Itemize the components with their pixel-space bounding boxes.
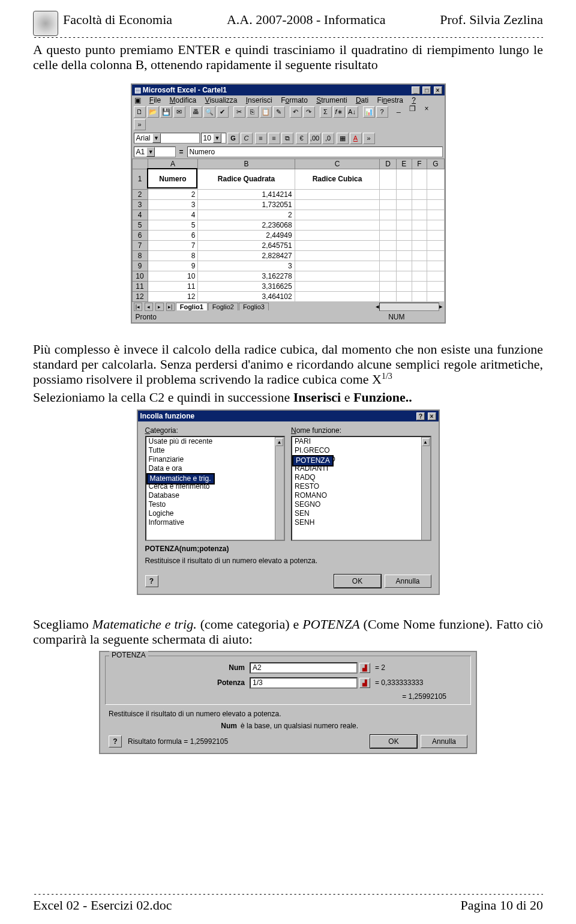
mail-icon[interactable]: ✉ <box>173 106 185 118</box>
row-header[interactable]: 2 <box>132 189 148 199</box>
range-picker-icon[interactable]: ▟ <box>359 663 370 673</box>
cell[interactable] <box>380 169 396 189</box>
list-item[interactable]: RADQ <box>292 473 430 482</box>
cell[interactable] <box>412 189 427 199</box>
save-icon[interactable]: 💾 <box>160 106 172 118</box>
cell[interactable] <box>396 220 412 230</box>
cell[interactable]: 4 <box>148 210 198 220</box>
function-listbox[interactable]: ▲PARIPI.GRECOPOTENZAPRODOTTORADIANTIRADQ… <box>291 436 431 541</box>
borders-icon[interactable]: ▦ <box>337 133 349 144</box>
sheet-tabs[interactable]: |◂ ◂ ▸ ▸| Foglio1 Foglio2 Foglio3 ◂ ▸ <box>132 302 445 312</box>
ok-button[interactable]: OK <box>370 735 417 748</box>
row-header[interactable]: 3 <box>132 199 148 210</box>
align-left-icon[interactable]: ≡ <box>255 133 267 144</box>
formula-input[interactable]: Numero <box>187 146 443 157</box>
cell[interactable] <box>412 230 427 240</box>
cancel-button[interactable]: Annulla <box>385 575 431 588</box>
cell[interactable] <box>295 199 380 210</box>
print-icon[interactable]: 🖶 <box>190 106 202 118</box>
cell[interactable] <box>412 220 427 230</box>
cell[interactable] <box>295 261 380 271</box>
chart-icon[interactable]: 📊 <box>363 106 375 118</box>
cell[interactable] <box>380 220 396 230</box>
cell[interactable]: 9 <box>148 261 198 271</box>
list-item[interactable]: RESTO <box>292 482 430 491</box>
cell[interactable] <box>412 250 427 261</box>
cell[interactable] <box>380 199 396 210</box>
cell[interactable] <box>396 291 412 301</box>
list-item[interactable]: PI.GRECO <box>292 446 430 455</box>
tab-first-icon[interactable]: |◂ <box>134 303 142 311</box>
cell[interactable] <box>427 189 444 199</box>
cell[interactable]: 6 <box>148 230 198 240</box>
paste-icon[interactable]: 📋 <box>260 106 272 118</box>
cell[interactable] <box>396 281 412 291</box>
new-icon[interactable]: 🗋 <box>134 106 146 118</box>
row-header[interactable]: 6 <box>132 230 148 240</box>
cell[interactable] <box>412 199 427 210</box>
list-item[interactable]: ROMANO <box>292 491 430 500</box>
cell[interactable] <box>412 169 427 189</box>
list-item[interactable]: PRODOTTO <box>292 455 430 464</box>
cell[interactable]: 8 <box>148 250 198 261</box>
category-listbox[interactable]: ▲Usate più di recenteTutteFinanziarieDat… <box>145 436 286 541</box>
menu-dati[interactable]: Dati <box>356 96 368 104</box>
minimize-icon[interactable]: _ <box>412 86 420 94</box>
list-item[interactable]: SENH <box>292 518 430 527</box>
cell[interactable] <box>396 271 412 281</box>
cell[interactable]: 3 <box>198 261 295 271</box>
cell[interactable]: Radice Quadrata <box>198 169 295 189</box>
spell-icon[interactable]: ✔ <box>217 106 229 118</box>
cell[interactable] <box>427 210 444 220</box>
cell[interactable] <box>380 261 396 271</box>
cell[interactable] <box>427 230 444 240</box>
cell[interactable] <box>380 281 396 291</box>
tab-foglio2[interactable]: Foglio2 <box>208 303 238 310</box>
list-item[interactable]: Database <box>146 491 284 500</box>
chevron-down-icon[interactable]: ▼ <box>146 147 155 157</box>
fontsize-combo[interactable]: 10▼ <box>201 133 226 143</box>
cell[interactable]: Radice Cubica <box>295 169 380 189</box>
cell[interactable] <box>427 199 444 210</box>
menu-formato[interactable]: Formato <box>281 96 308 104</box>
doc-min-icon[interactable]: _ <box>397 104 401 113</box>
cell[interactable]: 11 <box>148 281 198 291</box>
cell[interactable] <box>396 189 412 199</box>
cell[interactable] <box>380 210 396 220</box>
cell[interactable] <box>396 261 412 271</box>
excel-toolbar-std[interactable]: 🗋 📂 💾 ✉ 🖶 🔍 ✔ ✂ ⎘ 📋 ✎ ↶ ↷ Σ f∗ A↓ <box>132 105 397 131</box>
align-center-icon[interactable]: ≡ <box>268 133 280 144</box>
cell[interactable]: 2,828427 <box>198 250 295 261</box>
cell[interactable]: 2 <box>198 210 295 220</box>
row-header[interactable]: 12 <box>132 291 148 301</box>
close-icon[interactable]: × <box>434 86 442 94</box>
dec-dec-icon[interactable]: ,0 <box>322 133 334 144</box>
cell[interactable] <box>380 230 396 240</box>
help-button[interactable]: ? <box>145 575 158 587</box>
cell[interactable]: Numero <box>148 169 198 189</box>
cell[interactable]: 1,732051 <box>198 199 295 210</box>
italic-icon[interactable]: C <box>241 133 253 144</box>
row-header[interactable]: 11 <box>132 281 148 291</box>
cell[interactable] <box>412 261 427 271</box>
cell[interactable] <box>412 281 427 291</box>
doc-restore-icon[interactable]: ❐ <box>409 104 416 113</box>
cell[interactable] <box>295 189 380 199</box>
help-icon[interactable]: ? <box>376 106 388 118</box>
merge-center-icon[interactable]: ⧉ <box>281 133 293 144</box>
col-header-a[interactable]: A <box>148 159 198 169</box>
font-color-icon[interactable]: A <box>350 133 362 144</box>
cell[interactable] <box>295 220 380 230</box>
arg-pot-input[interactable]: 1/3 <box>250 677 358 689</box>
list-item[interactable]: Data e ora <box>146 464 284 473</box>
range-picker-icon[interactable]: ▟ <box>359 678 370 688</box>
cell[interactable] <box>396 199 412 210</box>
tab-next-icon[interactable]: ▸ <box>155 303 164 311</box>
hscroll-track[interactable] <box>379 303 439 311</box>
cell[interactable]: 1,414214 <box>198 189 295 199</box>
cell[interactable] <box>295 210 380 220</box>
more-icon[interactable]: » <box>134 119 146 130</box>
cell[interactable]: 3,464102 <box>198 291 295 301</box>
bold-icon[interactable]: G <box>227 133 239 144</box>
row-header[interactable]: 4 <box>132 210 148 220</box>
